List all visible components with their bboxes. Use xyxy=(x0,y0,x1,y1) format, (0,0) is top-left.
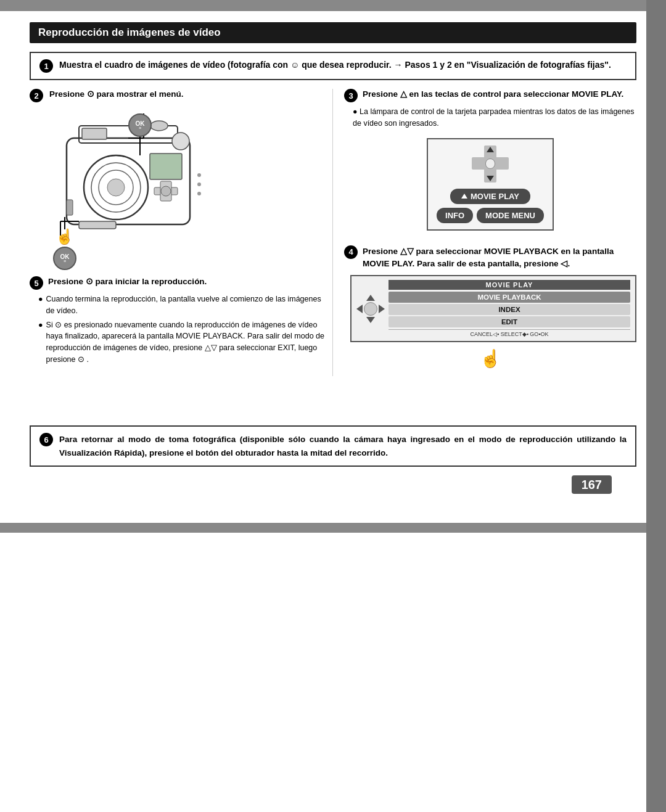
left-column: 2 Presione ⊙ para mostrar el menú. OK ≡ xyxy=(30,89,333,376)
movie-play-btn: MOVIE PLAY xyxy=(450,189,530,204)
step3-title: Presione △ en las teclas de control para… xyxy=(363,89,623,100)
step3-number: 3 xyxy=(344,89,358,102)
hand-icon-area: ☝ xyxy=(344,348,636,369)
ok-icon-bottom[interactable]: OK ≡ xyxy=(53,247,76,270)
step1-number: 1 xyxy=(39,59,53,73)
step6-text: Para retornar al modo de toma fotográfic… xyxy=(59,433,627,459)
hand-pointing: ☝ xyxy=(480,349,501,368)
play-triangle xyxy=(461,194,467,199)
ok-button-bottom: ☝ OK ≡ xyxy=(53,217,76,270)
steps-grid: 2 Presione ⊙ para mostrar el menú. OK ≡ xyxy=(30,89,636,376)
step5-area: 5 Presione ⊙ para iniciar la reproducció… xyxy=(30,276,326,366)
step5-header: 5 Presione ⊙ para iniciar la reproducció… xyxy=(30,276,326,290)
info-btn[interactable]: INFO xyxy=(437,208,473,223)
svg-rect-8 xyxy=(150,154,182,179)
submenu-item-2[interactable]: EDIT xyxy=(388,316,630,327)
main-content: Reproducción de imágenes de vídeo 1 Mues… xyxy=(0,11,666,504)
submenu-title-bar: MOVIE PLAY xyxy=(388,280,630,290)
right-column: 3 Presione △ en las teclas de control pa… xyxy=(333,89,636,376)
svg-point-15 xyxy=(197,173,201,177)
dpad-left xyxy=(356,305,363,313)
svg-rect-13 xyxy=(67,200,73,215)
step4-title: Presione △▽ para seleccionar MOVIE PLAYB… xyxy=(363,245,636,271)
svg-rect-14 xyxy=(79,221,116,229)
page-number: 167 xyxy=(572,475,612,494)
section-title: Reproducción de imágenes de vídeo xyxy=(30,22,636,43)
svg-rect-2 xyxy=(82,128,107,139)
movie-play-display: MOVIE PLAY xyxy=(437,189,544,204)
svg-point-11 xyxy=(161,186,171,196)
submenu-items: MOVIE PLAY MOVIE PLAYBACK INDEX EDIT CAN… xyxy=(388,280,630,337)
movie-play-submenu: MOVIE PLAY MOVIE PLAYBACK INDEX EDIT CAN… xyxy=(350,275,636,342)
dpad-down xyxy=(366,317,375,323)
step3-bullet: ● La lámpara de control de la tarjeta pa… xyxy=(353,106,636,129)
step3-area: 3 Presione △ en las teclas de control pa… xyxy=(344,89,636,239)
step6-box: 6 Para retornar al modo de toma fotográf… xyxy=(30,425,636,467)
menu-dpad xyxy=(437,146,544,185)
info-mode-row: INFO MODE MENU xyxy=(437,208,544,223)
ok-icon-top[interactable]: OK ≡ xyxy=(128,113,152,137)
submenu-item-1[interactable]: INDEX xyxy=(388,304,630,315)
step2-area: 2 Presione ⊙ para mostrar el menú. xyxy=(30,89,326,102)
step4-header: 4 Presione △▽ para seleccionar MOVIE PLA… xyxy=(344,245,636,271)
dpad-up xyxy=(366,295,375,301)
svg-point-12 xyxy=(172,133,189,150)
step1-text: Muestra el cuadro de imágenes de vídeo (… xyxy=(59,59,611,72)
dpad-center xyxy=(364,302,377,316)
ok-button-top: OK ≡ xyxy=(128,113,152,155)
camera-area: OK ≡ xyxy=(48,107,326,239)
step1-box: 1 Muestra el cuadro de imágenes de vídeo… xyxy=(30,52,636,80)
step4-number: 4 xyxy=(344,245,358,259)
dpad-right xyxy=(379,305,385,313)
step5-bullet2: ● Si ⊙ es presionado nuevamente cuando l… xyxy=(38,319,326,366)
page-number-area: 167 xyxy=(30,478,612,492)
step5-number: 5 xyxy=(30,276,43,290)
submenu-dpad xyxy=(356,295,385,323)
svg-point-3 xyxy=(150,121,168,131)
svg-point-17 xyxy=(197,192,201,195)
step5-bullet1: ● Cuando termina la reproducción, la pan… xyxy=(38,293,326,317)
step2-text: Presione ⊙ para mostrar el menú. xyxy=(49,89,184,100)
submenu-item-0[interactable]: MOVIE PLAYBACK xyxy=(388,292,630,303)
step5-title: Presione ⊙ para iniciar la reproducción. xyxy=(48,276,207,288)
menu-display: MOVIE PLAY INFO MODE MENU xyxy=(427,138,554,231)
right-sidebar-bar xyxy=(646,0,666,812)
line-ok-top xyxy=(139,137,141,155)
top-decorative-bar xyxy=(0,0,666,11)
step5-bullets: ● Cuando termina la reproducción, la pan… xyxy=(38,293,326,366)
hand-icon-top: ☝ xyxy=(56,229,74,244)
mode-menu-btn[interactable]: MODE MENU xyxy=(477,208,544,223)
step2-number: 2 xyxy=(30,89,43,102)
svg-point-7 xyxy=(107,179,125,196)
step4-area: 4 Presione △▽ para seleccionar MOVIE PLA… xyxy=(344,245,636,369)
step3-header: 3 Presione △ en las teclas de control pa… xyxy=(344,89,636,102)
svg-point-16 xyxy=(197,182,201,186)
bottom-decorative-bar xyxy=(0,523,666,533)
menu-display-wrapper: MOVIE PLAY INFO MODE MENU xyxy=(344,133,636,239)
line-hand xyxy=(64,217,65,229)
step6-number: 6 xyxy=(39,433,53,446)
submenu-footer: CANCEL◁▪ SELECT◆▪ GO▪OK xyxy=(388,329,630,337)
step6-area: 6 Para retornar al modo de toma fotográf… xyxy=(30,425,636,467)
